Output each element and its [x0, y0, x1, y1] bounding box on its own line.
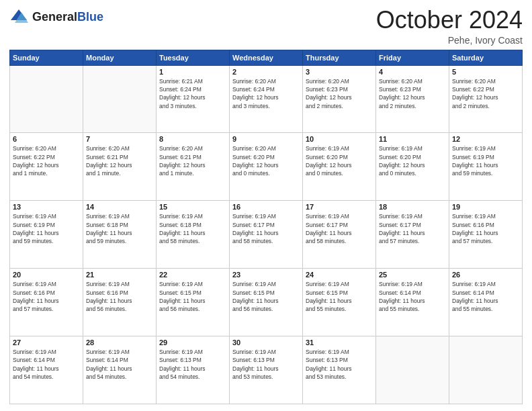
- day-info: Sunrise: 6:19 AM Sunset: 6:16 PM Dayligh…: [13, 280, 80, 313]
- day-number: 3: [306, 68, 373, 76]
- day-number: 14: [86, 203, 153, 211]
- calendar-cell: 2Sunrise: 6:20 AM Sunset: 6:24 PM Daylig…: [230, 65, 303, 133]
- day-info: Sunrise: 6:19 AM Sunset: 6:15 PM Dayligh…: [232, 280, 300, 313]
- calendar-cell: 22Sunrise: 6:19 AM Sunset: 6:15 PM Dayli…: [157, 269, 230, 336]
- day-number: 29: [159, 338, 226, 347]
- calendar-week-5: 27Sunrise: 6:19 AM Sunset: 6:14 PM Dayli…: [10, 336, 523, 404]
- day-info: Sunrise: 6:19 AM Sunset: 6:17 PM Dayligh…: [379, 212, 446, 245]
- calendar-cell: 5Sunrise: 6:20 AM Sunset: 6:22 PM Daylig…: [449, 65, 523, 133]
- month-title: October 2024: [376, 7, 523, 34]
- calendar-cell: 14Sunrise: 6:19 AM Sunset: 6:18 PM Dayli…: [83, 201, 157, 269]
- day-info: Sunrise: 6:19 AM Sunset: 6:17 PM Dayligh…: [306, 212, 373, 245]
- day-info: Sunrise: 6:20 AM Sunset: 6:20 PM Dayligh…: [232, 144, 300, 177]
- day-info: Sunrise: 6:19 AM Sunset: 6:13 PM Dayligh…: [306, 348, 373, 381]
- day-info: Sunrise: 6:19 AM Sunset: 6:20 PM Dayligh…: [379, 144, 446, 177]
- day-number: 15: [159, 203, 226, 211]
- calendar-cell: 1Sunrise: 6:21 AM Sunset: 6:24 PM Daylig…: [157, 65, 230, 133]
- day-info: Sunrise: 6:19 AM Sunset: 6:14 PM Dayligh…: [452, 280, 519, 313]
- header: GeneralBlue October 2024 Pehe, Ivory Coa…: [9, 7, 523, 46]
- calendar-cell: [83, 65, 157, 133]
- day-number: 16: [232, 203, 300, 211]
- logo: GeneralBlue: [9, 7, 103, 27]
- weekday-header-tuesday: Tuesday: [157, 50, 230, 65]
- day-number: 7: [86, 135, 153, 143]
- day-number: 11: [379, 135, 446, 143]
- day-number: 4: [379, 68, 446, 76]
- calendar-week-1: 1Sunrise: 6:21 AM Sunset: 6:24 PM Daylig…: [10, 65, 523, 133]
- day-info: Sunrise: 6:20 AM Sunset: 6:23 PM Dayligh…: [379, 77, 446, 110]
- calendar-cell: 26Sunrise: 6:19 AM Sunset: 6:14 PM Dayli…: [449, 269, 523, 336]
- day-number: 31: [306, 338, 373, 347]
- weekday-header-thursday: Thursday: [303, 50, 376, 65]
- calendar-cell: 21Sunrise: 6:19 AM Sunset: 6:16 PM Dayli…: [83, 269, 157, 336]
- calendar-week-2: 6Sunrise: 6:20 AM Sunset: 6:22 PM Daylig…: [10, 133, 523, 201]
- title-block: October 2024 Pehe, Ivory Coast: [376, 7, 523, 46]
- calendar-cell: [10, 65, 83, 133]
- calendar-cell: 10Sunrise: 6:19 AM Sunset: 6:20 PM Dayli…: [303, 133, 376, 201]
- calendar-cell: 25Sunrise: 6:19 AM Sunset: 6:14 PM Dayli…: [376, 269, 449, 336]
- calendar-cell: 31Sunrise: 6:19 AM Sunset: 6:13 PM Dayli…: [303, 336, 376, 404]
- day-number: 30: [232, 338, 300, 347]
- day-info: Sunrise: 6:19 AM Sunset: 6:15 PM Dayligh…: [159, 280, 226, 313]
- calendar-cell: [376, 336, 449, 404]
- calendar-cell: 19Sunrise: 6:19 AM Sunset: 6:16 PM Dayli…: [449, 201, 523, 269]
- day-info: Sunrise: 6:19 AM Sunset: 6:14 PM Dayligh…: [13, 348, 80, 381]
- calendar-week-4: 20Sunrise: 6:19 AM Sunset: 6:16 PM Dayli…: [10, 269, 523, 336]
- calendar-cell: 13Sunrise: 6:19 AM Sunset: 6:19 PM Dayli…: [10, 201, 83, 269]
- day-info: Sunrise: 6:19 AM Sunset: 6:13 PM Dayligh…: [159, 348, 226, 381]
- day-number: 5: [452, 68, 519, 76]
- day-info: Sunrise: 6:20 AM Sunset: 6:22 PM Dayligh…: [13, 144, 80, 177]
- day-info: Sunrise: 6:20 AM Sunset: 6:21 PM Dayligh…: [159, 144, 226, 177]
- day-info: Sunrise: 6:19 AM Sunset: 6:16 PM Dayligh…: [452, 212, 519, 245]
- calendar-cell: 3Sunrise: 6:20 AM Sunset: 6:23 PM Daylig…: [303, 65, 376, 133]
- calendar-cell: 28Sunrise: 6:19 AM Sunset: 6:14 PM Dayli…: [83, 336, 157, 404]
- location-subtitle: Pehe, Ivory Coast: [376, 35, 523, 46]
- day-info: Sunrise: 6:21 AM Sunset: 6:24 PM Dayligh…: [159, 77, 226, 110]
- page: GeneralBlue October 2024 Pehe, Ivory Coa…: [0, 0, 532, 411]
- day-number: 21: [86, 271, 153, 279]
- logo-icon: [9, 7, 30, 27]
- logo-blue: Blue: [77, 10, 103, 24]
- weekday-header-wednesday: Wednesday: [230, 50, 303, 65]
- day-number: 23: [232, 271, 300, 279]
- day-info: Sunrise: 6:20 AM Sunset: 6:21 PM Dayligh…: [86, 144, 153, 177]
- calendar-cell: 18Sunrise: 6:19 AM Sunset: 6:17 PM Dayli…: [376, 201, 449, 269]
- day-number: 24: [306, 271, 373, 279]
- day-info: Sunrise: 6:19 AM Sunset: 6:19 PM Dayligh…: [13, 212, 80, 245]
- day-info: Sunrise: 6:19 AM Sunset: 6:20 PM Dayligh…: [306, 144, 373, 177]
- day-info: Sunrise: 6:20 AM Sunset: 6:22 PM Dayligh…: [452, 77, 519, 110]
- day-number: 10: [306, 135, 373, 143]
- calendar-table: SundayMondayTuesdayWednesdayThursdayFrid…: [9, 50, 523, 404]
- day-number: 17: [306, 203, 373, 211]
- day-number: 19: [452, 203, 519, 211]
- calendar-cell: 15Sunrise: 6:19 AM Sunset: 6:18 PM Dayli…: [157, 201, 230, 269]
- calendar-cell: 8Sunrise: 6:20 AM Sunset: 6:21 PM Daylig…: [157, 133, 230, 201]
- weekday-header-saturday: Saturday: [449, 50, 523, 65]
- calendar-cell: 24Sunrise: 6:19 AM Sunset: 6:15 PM Dayli…: [303, 269, 376, 336]
- calendar-cell: 16Sunrise: 6:19 AM Sunset: 6:17 PM Dayli…: [230, 201, 303, 269]
- calendar-cell: 23Sunrise: 6:19 AM Sunset: 6:15 PM Dayli…: [230, 269, 303, 336]
- day-info: Sunrise: 6:20 AM Sunset: 6:23 PM Dayligh…: [306, 77, 373, 110]
- weekday-header-friday: Friday: [376, 50, 449, 65]
- weekday-header-monday: Monday: [83, 50, 157, 65]
- day-info: Sunrise: 6:19 AM Sunset: 6:14 PM Dayligh…: [86, 348, 153, 381]
- day-info: Sunrise: 6:19 AM Sunset: 6:13 PM Dayligh…: [232, 348, 300, 381]
- day-number: 9: [232, 135, 300, 143]
- day-info: Sunrise: 6:19 AM Sunset: 6:17 PM Dayligh…: [232, 212, 300, 245]
- calendar-cell: 11Sunrise: 6:19 AM Sunset: 6:20 PM Dayli…: [376, 133, 449, 201]
- calendar-cell: 6Sunrise: 6:20 AM Sunset: 6:22 PM Daylig…: [10, 133, 83, 201]
- day-number: 27: [13, 338, 80, 347]
- day-info: Sunrise: 6:20 AM Sunset: 6:24 PM Dayligh…: [232, 77, 300, 110]
- calendar-cell: 17Sunrise: 6:19 AM Sunset: 6:17 PM Dayli…: [303, 201, 376, 269]
- day-number: 2: [232, 68, 300, 76]
- day-number: 1: [159, 68, 226, 76]
- day-info: Sunrise: 6:19 AM Sunset: 6:19 PM Dayligh…: [452, 144, 519, 177]
- day-info: Sunrise: 6:19 AM Sunset: 6:16 PM Dayligh…: [86, 280, 153, 313]
- day-info: Sunrise: 6:19 AM Sunset: 6:18 PM Dayligh…: [86, 212, 153, 245]
- calendar-cell: [449, 336, 523, 404]
- calendar-cell: 12Sunrise: 6:19 AM Sunset: 6:19 PM Dayli…: [449, 133, 523, 201]
- day-number: 12: [452, 135, 519, 143]
- logo-general: General: [32, 10, 77, 24]
- calendar-week-3: 13Sunrise: 6:19 AM Sunset: 6:19 PM Dayli…: [10, 201, 523, 269]
- calendar-cell: 30Sunrise: 6:19 AM Sunset: 6:13 PM Dayli…: [230, 336, 303, 404]
